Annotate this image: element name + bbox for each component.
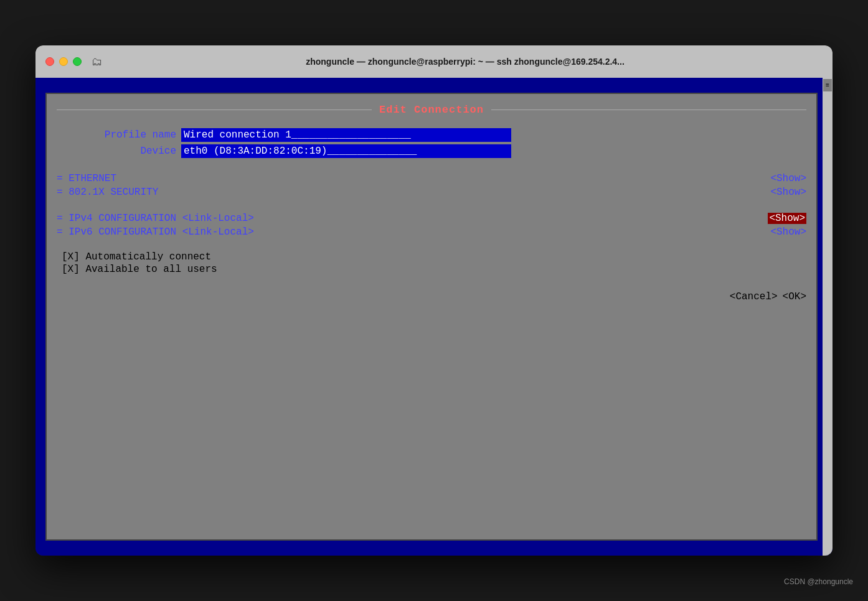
folder-icon: 🗂 <box>92 55 103 68</box>
ok-button[interactable]: <OK> <box>783 291 806 302</box>
dialog-actions: <Cancel> <OK> <box>57 276 806 302</box>
ethernet-section-row: = ETHERNET <Show> <box>57 173 806 184</box>
terminal-area: Edit Connection Profile name Wired conne… <box>35 78 833 556</box>
profile-name-label: Profile name <box>57 129 181 141</box>
terminal-window: 🗂 zhonguncle — zhonguncle@raspberrypi: ~… <box>35 45 833 556</box>
edit-connection-dialog: Edit Connection Profile name Wired conne… <box>45 93 818 541</box>
profile-name-value[interactable]: Wired connection 1____________________ <box>181 128 511 142</box>
title-line-left <box>57 109 372 110</box>
device-value[interactable]: eth0 (D8:3A:DD:82:0C:19)_______________ <box>181 144 511 158</box>
close-button[interactable] <box>45 57 54 66</box>
security-section-row: = 802.1X SECURITY <Show> <box>57 187 806 198</box>
ethernet-show-button[interactable]: <Show> <box>770 173 806 184</box>
all-users-checkbox-row[interactable]: [X] Available to all users <box>57 264 806 275</box>
dialog-title: Edit Connection <box>372 104 491 116</box>
dialog-title-row: Edit Connection <box>57 104 806 116</box>
auto-connect-checkbox-row[interactable]: [X] Automatically connect <box>57 251 806 263</box>
scrollbar[interactable]: ≡ <box>823 78 833 556</box>
profile-name-row: Profile name Wired connection 1_________… <box>57 128 806 142</box>
ethernet-label: = ETHERNET <box>57 173 770 184</box>
ipv4-label: = IPv4 CONFIGURATION <Link-Local> <box>57 213 768 224</box>
scrollbar-thumb[interactable]: ≡ <box>823 79 832 91</box>
ipv6-label: = IPv6 CONFIGURATION <Link-Local> <box>57 226 770 238</box>
ipv4-show-button[interactable]: <Show> <box>768 213 806 224</box>
terminal-content: Edit Connection Profile name Wired conne… <box>35 78 823 556</box>
title-bar: 🗂 zhonguncle — zhonguncle@raspberrypi: ~… <box>35 45 833 78</box>
auto-connect-label: [X] Automatically connect <box>62 251 211 263</box>
ipv6-section-row: = IPv6 CONFIGURATION <Link-Local> <Show> <box>57 226 806 238</box>
device-row: Device eth0 (D8:3A:DD:82:0C:19)_________… <box>57 144 806 158</box>
cancel-button[interactable]: <Cancel> <box>730 291 778 302</box>
title-line-right <box>491 109 806 110</box>
security-show-button[interactable]: <Show> <box>770 187 806 198</box>
window-title: zhonguncle — zhonguncle@raspberrypi: ~ —… <box>108 57 823 67</box>
all-users-label: [X] Available to all users <box>62 264 217 275</box>
device-label: Device <box>57 146 181 157</box>
minimize-button[interactable] <box>59 57 68 66</box>
watermark: CSDN @zhonguncle <box>784 577 853 586</box>
ipv4-section-row: = IPv4 CONFIGURATION <Link-Local> <Show> <box>57 213 806 224</box>
ipv6-show-button[interactable]: <Show> <box>770 226 806 238</box>
security-label: = 802.1X SECURITY <box>57 187 770 198</box>
maximize-button[interactable] <box>73 57 82 66</box>
